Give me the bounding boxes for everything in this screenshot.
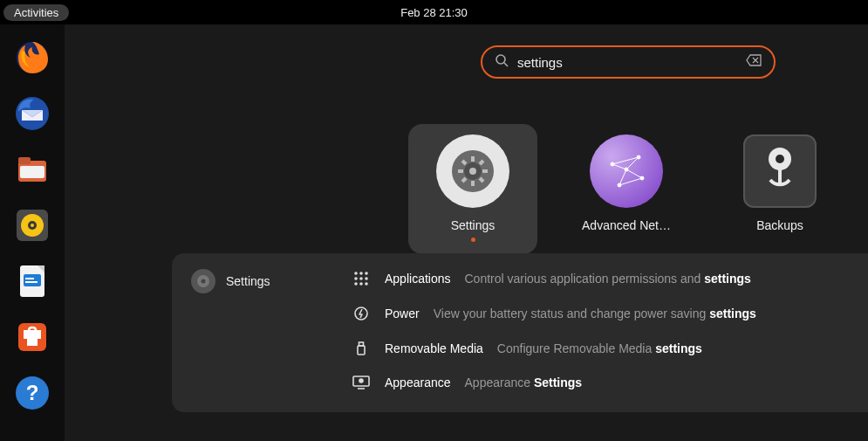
row-title: Appearance bbox=[385, 376, 451, 389]
grid-icon bbox=[352, 271, 371, 286]
software-icon bbox=[13, 318, 51, 356]
svg-point-59 bbox=[359, 379, 363, 382]
dock-item-thunderbird[interactable] bbox=[13, 94, 51, 133]
svg-line-38 bbox=[626, 169, 642, 178]
svg-line-17 bbox=[504, 63, 508, 66]
dock-item-writer[interactable] bbox=[13, 262, 51, 300]
network-icon bbox=[590, 134, 663, 208]
app-results: Settings Advanced Net… bbox=[408, 124, 844, 254]
top-bar: Activities Feb 28 21:30 bbox=[0, 0, 868, 24]
svg-line-30 bbox=[480, 161, 483, 164]
svg-rect-10 bbox=[24, 274, 41, 286]
svg-point-47 bbox=[359, 272, 363, 275]
app-label: Advanced Net… bbox=[582, 218, 671, 232]
dock-item-firefox[interactable] bbox=[13, 38, 51, 77]
dock-item-files[interactable] bbox=[13, 150, 51, 189]
svg-point-45 bbox=[202, 279, 206, 284]
firefox-icon bbox=[13, 38, 51, 77]
svg-point-43 bbox=[776, 155, 784, 163]
svg-rect-12 bbox=[25, 281, 38, 283]
app-label: Settings bbox=[451, 218, 496, 232]
svg-point-55 bbox=[355, 307, 367, 320]
svg-point-54 bbox=[365, 282, 368, 286]
settings-header-label: Settings bbox=[226, 274, 270, 288]
svg-text:?: ? bbox=[26, 381, 39, 404]
dock: ? bbox=[0, 24, 65, 441]
overview: Settings Advanced Net… bbox=[65, 24, 868, 441]
activities-label: Activities bbox=[14, 6, 58, 19]
row-title: Power bbox=[385, 307, 420, 320]
search-input[interactable] bbox=[517, 55, 746, 70]
svg-line-28 bbox=[480, 178, 483, 182]
dock-item-software[interactable] bbox=[13, 318, 51, 356]
rhythmbox-icon bbox=[13, 206, 51, 245]
dock-item-rhythmbox[interactable] bbox=[13, 206, 51, 245]
clock-text: Feb 28 21:30 bbox=[400, 6, 468, 19]
usb-icon bbox=[352, 341, 371, 356]
svg-line-41 bbox=[619, 178, 642, 185]
settings-icon bbox=[436, 134, 509, 208]
row-desc: Control various application permissions … bbox=[465, 272, 751, 286]
clock[interactable]: Feb 28 21:30 bbox=[400, 6, 468, 19]
files-icon bbox=[13, 150, 51, 189]
clear-icon[interactable] bbox=[746, 54, 762, 70]
svg-point-46 bbox=[354, 272, 358, 275]
row-desc: Appearance Settings bbox=[465, 376, 583, 389]
row-desc: View your battery status and change powe… bbox=[434, 307, 756, 320]
svg-line-29 bbox=[462, 178, 466, 182]
settings-row-removable-media[interactable]: Removable Media Configure Removable Medi… bbox=[352, 341, 845, 356]
svg-point-49 bbox=[354, 277, 358, 280]
settings-results-header[interactable]: Settings bbox=[191, 269, 270, 293]
svg-point-52 bbox=[354, 282, 358, 286]
dock-item-help[interactable]: ? bbox=[13, 374, 51, 412]
svg-point-48 bbox=[365, 272, 368, 275]
svg-point-22 bbox=[469, 168, 476, 175]
search-icon bbox=[495, 53, 509, 71]
svg-point-50 bbox=[359, 277, 363, 280]
activities-button[interactable]: Activities bbox=[3, 4, 69, 21]
backups-icon bbox=[743, 134, 817, 208]
app-result-settings[interactable]: Settings bbox=[408, 124, 537, 254]
libreoffice-writer-icon bbox=[13, 262, 51, 300]
search-bar[interactable] bbox=[481, 45, 776, 79]
settings-rows: Applications Control various application… bbox=[352, 271, 845, 389]
settings-results-panel: Settings Applications Control various ap… bbox=[172, 253, 868, 412]
svg-point-51 bbox=[365, 277, 368, 280]
svg-point-8 bbox=[31, 224, 34, 227]
svg-point-53 bbox=[359, 282, 363, 286]
row-title: Removable Media bbox=[385, 341, 483, 355]
svg-rect-11 bbox=[25, 278, 34, 279]
svg-rect-57 bbox=[359, 342, 364, 346]
display-icon bbox=[352, 376, 371, 389]
svg-line-36 bbox=[612, 164, 626, 169]
svg-line-27 bbox=[462, 161, 466, 164]
row-desc: Configure Removable Media settings bbox=[497, 341, 702, 355]
row-title: Applications bbox=[385, 272, 451, 286]
settings-row-applications[interactable]: Applications Control various application… bbox=[352, 271, 845, 286]
app-result-advanced-network[interactable]: Advanced Net… bbox=[562, 124, 691, 254]
svg-point-16 bbox=[496, 55, 505, 64]
svg-line-39 bbox=[619, 169, 626, 185]
app-label: Backups bbox=[756, 218, 803, 232]
running-indicator bbox=[471, 238, 475, 242]
svg-rect-56 bbox=[358, 346, 365, 355]
help-icon: ? bbox=[13, 374, 51, 412]
thunderbird-icon bbox=[13, 94, 51, 133]
settings-row-power[interactable]: Power View your battery status and chang… bbox=[352, 306, 845, 321]
svg-rect-4 bbox=[20, 166, 44, 178]
settings-small-icon bbox=[191, 269, 215, 293]
app-result-backups[interactable]: Backups bbox=[715, 124, 844, 254]
power-icon bbox=[352, 306, 371, 321]
svg-rect-3 bbox=[18, 157, 31, 164]
settings-row-appearance[interactable]: Appearance Appearance Settings bbox=[352, 376, 845, 389]
